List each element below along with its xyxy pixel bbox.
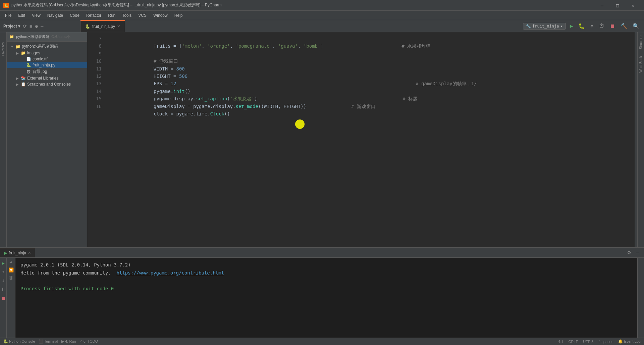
run-config-box[interactable]: 🔧 fruit_ninja ▾ <box>523 23 566 30</box>
maximize-button[interactable]: □ <box>610 0 625 11</box>
tree-fruit-ninja-py[interactable]: 🐍 fruit_ninja.py <box>7 62 87 68</box>
code-line-14: pygame.display.set_caption('水果忍者') # 标题 <box>114 88 635 95</box>
settings-icon[interactable]: ⚙ <box>34 23 38 30</box>
code-line-16: clock = pygame.time.Clock() <box>114 103 635 110</box>
status-position[interactable]: 4:1 <box>558 340 563 344</box>
collapse-icon[interactable]: ≡ <box>29 23 33 30</box>
file-tab-close-btn[interactable]: ✕ <box>117 24 120 29</box>
editor-scrollbar[interactable] <box>635 32 637 247</box>
project-label: Project ▾ <box>3 24 20 29</box>
main-area: Favorites 📁 python水果忍者源码 C:\Users\小 ▼ 📁 … <box>0 32 644 247</box>
project-panel-header: 📁 python水果忍者源码 C:\Users\小 <box>7 32 87 42</box>
menu-navigate[interactable]: Navigate <box>44 12 66 19</box>
status-terminal[interactable]: ⬛ Terminal <box>39 339 58 344</box>
close-button[interactable]: ✕ <box>625 0 641 11</box>
status-event-log[interactable]: 🔔 Event Log <box>618 339 641 344</box>
tree-root-label: python水果忍者源码 <box>22 44 58 49</box>
run-play-btn[interactable]: ▶ <box>1 260 5 266</box>
menu-view[interactable]: View <box>29 12 44 19</box>
tree-scratches[interactable]: ▶ 📋 Scratches and Consoles <box>7 81 87 87</box>
clear-btn[interactable]: 🗑 <box>9 275 13 280</box>
status-python-console[interactable]: 🐍 Python Console <box>3 339 35 344</box>
tree-external-libraries[interactable]: ▶ 📚 External Libraries <box>7 75 87 81</box>
structure-tab[interactable]: Structure <box>639 36 643 49</box>
tree-images-label: images <box>27 51 40 55</box>
tree-root-item[interactable]: ▼ 📁 python水果忍者源码 <box>7 43 87 50</box>
file-tab-label: fruit_ninja.py <box>92 24 115 29</box>
tree-images-folder[interactable]: ▶ 📁 images <box>7 50 87 56</box>
search-button[interactable]: 🔍 <box>631 22 641 30</box>
sync-icon[interactable]: ⟳ <box>22 23 28 30</box>
tree-background-label: 背景.jpg <box>33 69 47 75</box>
line-numbers: 7 8 9 10 11 12 13 14 15 16 <box>87 32 107 247</box>
pygame-link[interactable]: https://www.pygame.org/contribute.html <box>117 270 224 276</box>
app-icon: 🐍 <box>3 3 9 8</box>
profile-button[interactable]: ⏱ <box>598 22 606 30</box>
code-editor[interactable]: fruits = ['melon', 'orange', 'pomegranat… <box>107 32 635 247</box>
title-bar-text: python水果忍者源码 [C:\Users\小米\Desktop\python… <box>11 2 594 8</box>
menu-tools[interactable]: Tools <box>119 12 135 19</box>
title-bar-controls: — □ ✕ <box>594 0 641 11</box>
pause-btn[interactable]: ⏸ <box>0 286 6 293</box>
tree-background-jpg[interactable]: 🖼 背景.jpg <box>7 68 87 75</box>
stop-btn-bottom[interactable]: ⏹ <box>0 295 6 301</box>
run-config-arrow: ▾ <box>560 24 562 29</box>
run-config-label: fruit_ninja <box>532 24 559 29</box>
project-root-path: C:\Users\小 <box>51 34 70 39</box>
run-button[interactable]: ▶ <box>569 22 575 30</box>
run-tab-close[interactable]: ✕ <box>28 251 31 255</box>
code-line-11: HEIGHT = 500 <box>114 65 635 72</box>
menu-help[interactable]: Help <box>171 12 186 19</box>
menu-edit[interactable]: Edit <box>15 12 29 19</box>
tree-comic-ttf[interactable]: 📄 comic.ttf <box>7 56 87 62</box>
favorites-label[interactable]: Favorites <box>1 42 5 56</box>
menu-bar: File Edit View Navigate Code Refactor Ru… <box>0 11 644 20</box>
minimize-bottom-icon[interactable]: — <box>635 249 641 256</box>
run-tab[interactable]: ▶ fruit_ninja ✕ <box>0 248 35 257</box>
status-todo[interactable]: ✓ 6: TODO <box>79 339 98 344</box>
settings-icon-bottom[interactable]: ⚙ <box>626 249 632 256</box>
tree-external-label: External Libraries <box>27 76 58 81</box>
stop-button[interactable]: ⏹ <box>608 22 616 30</box>
coverage-button[interactable]: ☂ <box>589 22 595 30</box>
tree-comic-label: comic.ttf <box>33 57 48 61</box>
run-tab-icon: ▶ <box>4 251 7 255</box>
code-line-12: FPS = 12 # gameDisplay的帧率，1/ <box>114 72 635 80</box>
code-content: 7 8 9 10 11 12 13 14 15 16 fruits = ['me… <box>87 32 637 247</box>
status-indent[interactable]: 4 spaces <box>598 340 613 344</box>
top-right-toolbar: 🔧 fruit_ninja ▾ ▶ 🐛 ☂ ⏱ ⏹ 🔨 🔍 <box>523 20 644 32</box>
code-line-10: WIDTH = 800 <box>114 57 635 65</box>
code-line-9: # 游戏窗口 <box>114 50 635 57</box>
menu-file[interactable]: File <box>2 12 15 19</box>
debug-button[interactable]: 🐛 <box>577 22 586 30</box>
filter-btn[interactable]: 🔽 <box>8 267 14 273</box>
status-encoding[interactable]: UTF-8 <box>583 340 593 344</box>
status-line-sep[interactable]: CRLF <box>568 340 578 344</box>
menu-window[interactable]: Window <box>150 12 171 19</box>
code-line-7: fruits = ['melon', 'orange', 'pomegranat… <box>114 35 635 42</box>
project-root-label: python水果忍者源码 <box>16 34 49 39</box>
bottom-content: ▶ ⬆ ⬇ ⏸ ⏹ ↩ 🔽 🗑 pygame 2.0.1 (SDL 2.0.14… <box>0 258 644 338</box>
status-run[interactable]: ▶ 4: Run <box>61 339 76 344</box>
code-line-13: pygame.init() <box>114 80 635 87</box>
bottom-tab-right: ⚙ — <box>626 248 644 257</box>
close-panel-icon[interactable]: — <box>40 23 44 30</box>
title-bar: 🐍 python水果忍者源码 [C:\Users\小米\Desktop\pyth… <box>0 0 644 11</box>
scroll-up-btn[interactable]: ⬆ <box>1 268 5 275</box>
bottom-tab-bar: ▶ fruit_ninja ✕ ⚙ — <box>0 248 644 258</box>
menu-code[interactable]: Code <box>66 12 83 19</box>
run-config-icon: 🔧 <box>526 24 531 29</box>
tree-fruit-ninja-label: fruit_ninja.py <box>33 63 55 67</box>
build-button[interactable]: 🔨 <box>619 22 629 30</box>
tab-bar: Project ▾ ⟳ ≡ ⚙ — 🐍 fruit_ninja.py ✕ 🔧 f… <box>0 20 644 32</box>
wrap-lines-btn[interactable]: ↩ <box>10 260 12 265</box>
word-book-tab[interactable]: Word Book <box>639 56 643 72</box>
bottom-left-btns: ▶ ⬆ ⬇ ⏸ ⏹ <box>0 258 7 338</box>
status-bar-right: 4:1 CRLF UTF-8 4 spaces 🔔 Event Log <box>558 339 641 344</box>
menu-run[interactable]: Run <box>105 12 119 19</box>
file-tab-fruit-ninja[interactable]: 🐍 fruit_ninja.py ✕ <box>80 20 125 32</box>
menu-refactor[interactable]: Refactor <box>83 12 105 19</box>
scroll-down-btn[interactable]: ⬇ <box>1 277 5 284</box>
minimize-button[interactable]: — <box>594 0 610 11</box>
menu-vcs[interactable]: VCS <box>135 12 150 19</box>
